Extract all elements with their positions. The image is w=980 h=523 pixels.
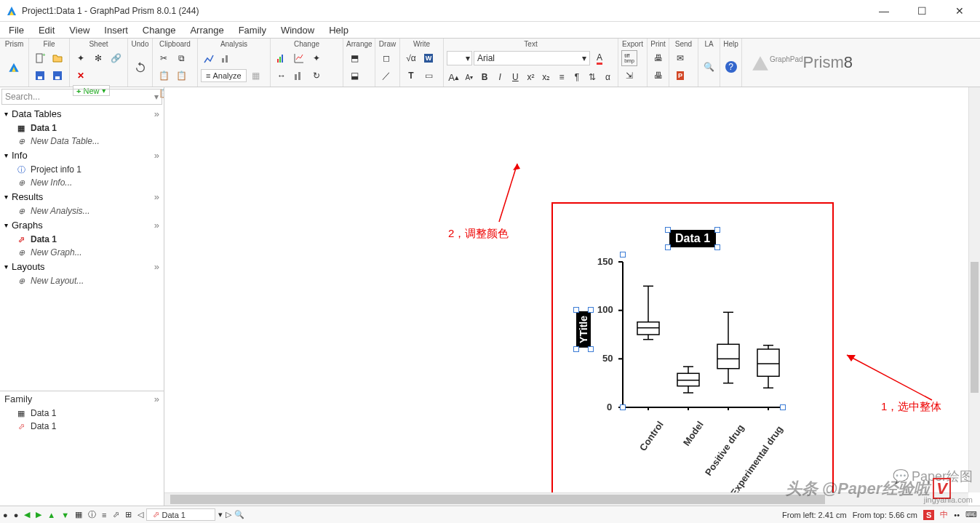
analyze-button[interactable]: ≡Analyze [201,69,247,82]
search-input[interactable]: Search...▾ [1,89,162,105]
nav-info-header[interactable]: ▾Info» [0,148,164,163]
nav-up-icon[interactable]: ▲ [47,511,55,519]
ime-lang[interactable]: 中 [940,509,948,520]
italic-icon[interactable]: I [493,69,507,85]
open-file-icon[interactable] [49,50,65,66]
sheet-star-icon[interactable]: ✻ [90,50,106,66]
nav-layouts-header[interactable]: ▾Layouts» [0,259,164,274]
print-2-icon[interactable]: 🖶 [650,68,666,84]
menu-window[interactable]: Window [275,23,320,37]
change-3-icon[interactable]: ✦ [308,50,324,66]
nav-family-header[interactable]: Family» [0,391,164,407]
status-view5-icon[interactable]: ⊞ [125,510,132,519]
menu-file[interactable]: File [3,23,30,37]
nav-new-graph[interactable]: ⊕New Graph... [0,246,164,259]
draw-line-icon[interactable]: ／ [378,68,394,84]
analysis-1-icon[interactable] [201,50,217,66]
font-size-select[interactable]: ▾ [447,51,472,65]
prism-icon[interactable] [3,51,25,83]
ime-kb-icon[interactable]: ⌨ [965,510,977,519]
undo-icon[interactable] [131,51,149,83]
tab-next-icon[interactable]: ▷ [226,510,231,519]
change-5-icon[interactable] [291,68,307,84]
align-left-icon[interactable]: ≡ [554,69,568,85]
sheet-link-icon[interactable]: 🔗 [108,50,124,66]
nav-family-data[interactable]: ▦Data 1 [0,407,164,420]
nav-graphs-header[interactable]: ▾Graphs» [0,217,164,233]
nav-new-layout[interactable]: ⊕New Layout... [0,274,164,287]
greek-icon[interactable]: α [601,69,615,85]
change-1-icon[interactable] [274,50,290,66]
nav-prev-icon[interactable]: ◀ [24,510,30,519]
status-dot1[interactable]: ● [3,511,8,519]
save-as-icon[interactable] [49,68,65,84]
minimize-button[interactable]: — [869,4,899,18]
menu-help[interactable]: Help [323,23,354,37]
font-color-icon[interactable]: A [591,50,607,66]
superscript-icon[interactable]: x² [524,69,538,85]
nav-results-header[interactable]: ▾Results» [0,189,164,204]
bold-icon[interactable]: B [477,69,491,85]
ime-punct[interactable]: •• [954,511,960,519]
font-grow-icon[interactable]: A▴ [447,69,461,85]
status-view2-icon[interactable]: ⓘ [88,509,96,520]
nav-new-info[interactable]: ⊕New Info... [0,176,164,189]
change-rotate-icon[interactable]: ↻ [308,68,324,84]
chart-title[interactable]: Data 1 [669,230,716,247]
send-mail-icon[interactable]: ✉ [672,50,688,66]
text-T-icon[interactable]: T [403,68,419,84]
change-2-icon[interactable] [291,50,307,66]
clipboard-1-icon[interactable]: 📋 [173,68,189,84]
equation-icon[interactable]: √α [403,50,419,66]
maximize-button[interactable]: ☐ [907,4,936,18]
export-tiff-icon[interactable]: tiffbmp [621,50,637,66]
menu-insert[interactable]: Insert [98,23,134,37]
underline-icon[interactable]: U [509,69,522,85]
nav-next-icon[interactable]: ▶ [36,510,41,519]
nav-info-item[interactable]: ⓘProject info 1 [0,163,164,176]
send-ppt-icon[interactable]: P [672,68,688,84]
nav-new-data-table[interactable]: ⊕New Data Table... [0,135,164,148]
analysis-3-icon[interactable]: ▦ [248,68,264,84]
chart-ytitle[interactable]: YTitle [576,311,591,348]
menu-change[interactable]: Change [137,23,182,37]
tab-prev-icon[interactable]: ◁ [138,510,143,519]
vertical-scrollbar[interactable] [968,87,980,492]
subscript-icon[interactable]: x₂ [539,69,553,85]
nav-data-tables-header[interactable]: ▾Data Tables» [0,106,164,121]
print-icon[interactable]: 🖶 [650,50,666,66]
font-name-select[interactable]: Arial▾ [474,51,590,65]
close-button[interactable]: ✕ [945,4,974,18]
status-view3-icon[interactable]: ≡ [102,511,106,519]
nav-new-analysis[interactable]: ⊕New Analysis... [0,204,164,217]
new-file-icon[interactable]: + [32,50,48,66]
sheet-tab[interactable]: ⬀Data 1 [146,508,215,521]
nav-down-icon[interactable]: ▼ [61,511,69,519]
arrange-front-icon[interactable]: ⬒ [346,50,362,66]
sheet-wizard-icon[interactable]: ✦ [73,50,89,66]
chart-plot[interactable] [608,255,790,410]
menu-arrange[interactable]: Arrange [184,23,229,37]
status-view4-icon[interactable]: ⬀ [113,510,119,519]
status-dot2[interactable]: ● [14,511,19,519]
la-icon[interactable]: 🔍 [701,59,717,75]
font-shrink-icon[interactable]: A▾ [462,69,476,85]
menu-edit[interactable]: Edit [33,23,60,37]
analysis-2-icon[interactable] [218,50,234,66]
copy-icon[interactable]: ⧉ [173,50,189,66]
para-icon[interactable]: ¶ [570,69,584,85]
nav-graphs-item[interactable]: ⬀Data 1 [0,233,164,246]
arrange-back-icon[interactable]: ⬓ [346,68,362,84]
cut-icon[interactable]: ✂ [156,50,172,66]
tab-zoom-icon[interactable]: 🔍 [234,510,244,519]
delete-icon[interactable]: ✕ [73,68,89,84]
paste-icon[interactable]: 📋 [156,68,172,84]
nav-data-tables-item[interactable]: ▦Data 1 [0,121,164,135]
export-2-icon[interactable]: ⇲ [621,68,637,84]
menu-view[interactable]: View [63,23,95,37]
word-icon[interactable]: W [421,50,437,66]
change-4-icon[interactable]: ↔ [274,68,290,84]
text-box-icon[interactable]: ▭ [421,68,437,84]
draw-shape-icon[interactable]: ◻ [378,50,394,66]
canvas[interactable]: Data 1 YTitle XTitle [164,87,980,506]
